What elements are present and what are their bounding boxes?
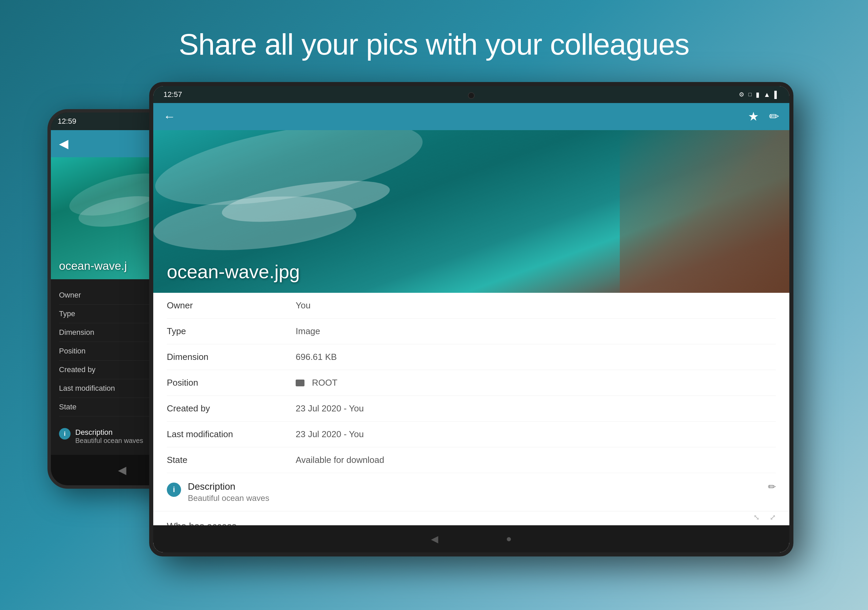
tablet-wifi-icon: ▲ — [764, 91, 770, 99]
tablet-battery-icon: ▮ — [756, 90, 760, 99]
tablet-dimension-row: Dimension 696.61 KB — [167, 344, 776, 370]
tablet-state-value: Available for download — [296, 455, 384, 465]
tablet-created-value: 23 Jul 2020 - You — [296, 403, 364, 414]
devices-container: 12:59 ⚙ □ ▮ ◀ ocean-wave.j — [27, 82, 841, 607]
folder-icon — [296, 379, 304, 386]
tablet-desc-title: Description — [188, 481, 269, 492]
tablet-created-label: Created by — [167, 403, 296, 414]
tablet-toolbar-left: ← — [163, 110, 176, 124]
tablet-notification-icon: □ — [748, 91, 752, 98]
tablet-state-row: State Available for download — [167, 447, 776, 473]
phone-position-label: Position — [59, 347, 127, 356]
tablet-type-value: Image — [296, 326, 320, 336]
tablet-type-row: Type Image — [167, 319, 776, 344]
phone-dimension-label: Dimension — [59, 328, 127, 337]
tablet-expand-icons: ⤡ ⤢ — [753, 513, 776, 522]
tablet-desc-left: i Description Beautiful ocean waves — [167, 481, 269, 503]
tablet-position-value: ROOT — [296, 378, 337, 388]
tablet-desc-text-block: Description Beautiful ocean waves — [188, 481, 269, 503]
tablet-status-icons: ⚙ □ ▮ ▲ ▌ — [739, 90, 779, 99]
tablet-expand-icon-2[interactable]: ⤢ — [770, 513, 776, 522]
tablet-details: Owner You Type Image Dimension 696.61 KB… — [153, 293, 789, 473]
tablet-position-row: Position ROOT — [167, 370, 776, 396]
phone-info-icon: i — [59, 428, 71, 440]
tablet-created-row: Created by 23 Jul 2020 - You — [167, 396, 776, 421]
tablet-toolbar-right: ★ ✏ — [748, 110, 779, 124]
phone-owner-label: Owner — [59, 291, 127, 300]
tablet-back-nav[interactable]: ◀ — [431, 533, 439, 545]
tablet-nav-bar: ◀ ● — [153, 525, 789, 553]
tablet-dimension-label: Dimension — [167, 352, 296, 362]
tablet-owner-value: You — [296, 300, 311, 311]
tablet-lastmod-value: 23 Jul 2020 - You — [296, 429, 364, 440]
tablet-time: 12:57 — [163, 90, 182, 99]
tablet-description-section: i Description Beautiful ocean waves ✏ — [153, 473, 789, 511]
phone-back-button[interactable]: ◀ — [59, 136, 68, 151]
tablet-state-label: State — [167, 455, 296, 465]
tablet-desc-subtitle: Beautiful ocean waves — [188, 494, 269, 503]
phone-time: 12:59 — [57, 117, 76, 126]
tablet-desc-edit-button[interactable]: ✏ — [768, 481, 776, 492]
phone-back-nav[interactable]: ◀ — [118, 464, 127, 477]
tablet-toolbar: ← ★ ✏ — [153, 103, 789, 130]
phone-filename: ocean-wave.j — [59, 259, 127, 272]
tablet-info-icon: i — [167, 483, 181, 497]
tablet-screen: 12:57 ⚙ □ ▮ ▲ ▌ ← ★ ✏ — [153, 86, 789, 553]
tablet-settings-icon: ⚙ — [739, 91, 744, 98]
rocks-texture — [620, 130, 789, 293]
tablet-desc-row: i Description Beautiful ocean waves ✏ — [167, 481, 776, 503]
tablet-device: 12:57 ⚙ □ ▮ ▲ ▌ ← ★ ✏ — [149, 82, 794, 556]
phone-state-label: State — [59, 403, 127, 412]
tablet-star-button[interactable]: ★ — [748, 110, 759, 124]
tablet-owner-row: Owner You — [167, 293, 776, 319]
tablet-position-label: Position — [167, 378, 296, 388]
tablet-dimension-value: 696.61 KB — [296, 352, 337, 362]
tablet-signal-icon: ▌ — [774, 91, 779, 99]
phone-lastmod-label: Last modification — [59, 384, 127, 393]
tablet-expand-icon-1[interactable]: ⤡ — [753, 513, 760, 522]
tablet-owner-label: Owner — [167, 300, 296, 311]
tablet-lastmod-label: Last modification — [167, 429, 296, 440]
tablet-lastmod-row: Last modification 23 Jul 2020 - You — [167, 421, 776, 447]
phone-created-label: Created by — [59, 365, 127, 374]
page-headline: Share all your pics with your colleagues — [0, 0, 868, 82]
tablet-filename: ocean-wave.jpg — [167, 261, 300, 283]
tablet-type-label: Type — [167, 326, 296, 336]
tablet-edit-button[interactable]: ✏ — [769, 110, 779, 124]
tablet-camera — [468, 92, 475, 99]
tablet-image-area: ocean-wave.jpg — [153, 130, 789, 293]
phone-type-label: Type — [59, 310, 127, 318]
tablet-home-nav[interactable]: ● — [506, 533, 512, 544]
tablet-back-button[interactable]: ← — [163, 110, 176, 124]
